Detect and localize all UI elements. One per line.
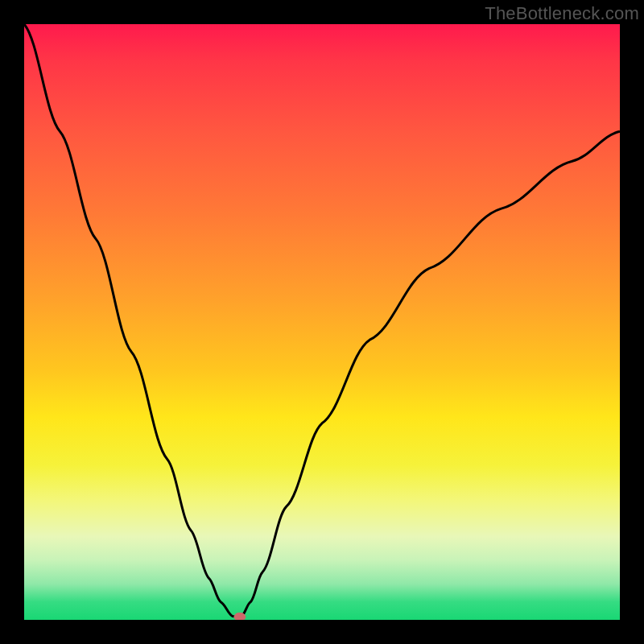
min-marker (234, 613, 246, 620)
watermark-text: TheBottleneck.com (485, 3, 639, 24)
curve-svg (24, 24, 620, 620)
curve-path-right (242, 131, 620, 616)
plot-area (24, 24, 620, 620)
curve-path-left (24, 24, 238, 617)
chart-stage: TheBottleneck.com (0, 0, 644, 644)
